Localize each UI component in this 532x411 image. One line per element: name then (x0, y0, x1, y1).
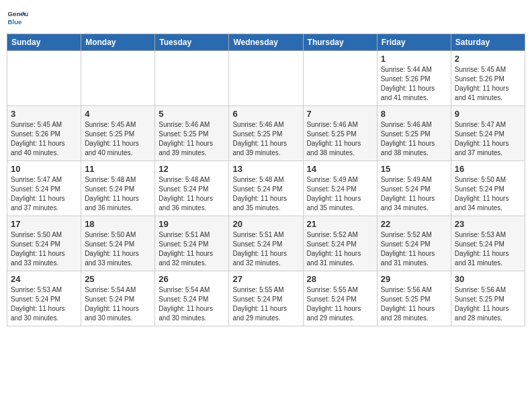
day-number: 16 (455, 164, 521, 174)
weekday-header-saturday: Saturday (451, 34, 525, 51)
calendar-cell: 13Sunrise: 5:48 AM Sunset: 5:24 PM Dayli… (229, 161, 303, 216)
calendar-cell: 24Sunrise: 5:53 AM Sunset: 5:24 PM Dayli… (7, 271, 81, 326)
day-number: 9 (455, 109, 521, 119)
calendar-cell: 28Sunrise: 5:55 AM Sunset: 5:24 PM Dayli… (303, 271, 377, 326)
calendar-cell: 21Sunrise: 5:52 AM Sunset: 5:24 PM Dayli… (303, 216, 377, 271)
calendar-cell: 17Sunrise: 5:50 AM Sunset: 5:24 PM Dayli… (7, 216, 81, 271)
calendar-cell: 30Sunrise: 5:56 AM Sunset: 5:25 PM Dayli… (451, 271, 525, 326)
day-info: Sunrise: 5:47 AM Sunset: 5:24 PM Dayligh… (11, 175, 77, 213)
weekday-header-monday: Monday (81, 34, 155, 51)
calendar-cell: 15Sunrise: 5:49 AM Sunset: 5:24 PM Dayli… (377, 161, 451, 216)
calendar-cell: 11Sunrise: 5:48 AM Sunset: 5:24 PM Dayli… (81, 161, 155, 216)
calendar-cell (155, 51, 229, 106)
calendar-cell: 3Sunrise: 5:45 AM Sunset: 5:26 PM Daylig… (7, 106, 81, 161)
weekday-header-sunday: Sunday (7, 34, 81, 51)
day-info: Sunrise: 5:46 AM Sunset: 5:25 PM Dayligh… (159, 120, 225, 158)
day-info: Sunrise: 5:56 AM Sunset: 5:25 PM Dayligh… (455, 285, 521, 323)
day-info: Sunrise: 5:50 AM Sunset: 5:24 PM Dayligh… (85, 230, 151, 268)
day-number: 12 (159, 164, 225, 174)
day-info: Sunrise: 5:55 AM Sunset: 5:24 PM Dayligh… (232, 285, 299, 323)
weekday-header-thursday: Thursday (303, 34, 377, 51)
day-number: 23 (455, 219, 521, 229)
day-number: 20 (232, 219, 299, 229)
day-info: Sunrise: 5:51 AM Sunset: 5:24 PM Dayligh… (232, 230, 299, 268)
calendar-cell: 26Sunrise: 5:54 AM Sunset: 5:24 PM Dayli… (155, 271, 229, 326)
day-info: Sunrise: 5:50 AM Sunset: 5:24 PM Dayligh… (455, 175, 521, 213)
day-info: Sunrise: 5:54 AM Sunset: 5:24 PM Dayligh… (85, 285, 151, 323)
header: General Blue (7, 7, 525, 28)
svg-text:Blue: Blue (8, 18, 22, 26)
day-number: 22 (381, 219, 447, 229)
calendar-cell: 29Sunrise: 5:56 AM Sunset: 5:25 PM Dayli… (377, 271, 451, 326)
weekday-header-friday: Friday (377, 34, 451, 51)
logo-icon: General Blue (7, 7, 28, 28)
calendar-cell: 14Sunrise: 5:49 AM Sunset: 5:24 PM Dayli… (303, 161, 377, 216)
day-info: Sunrise: 5:55 AM Sunset: 5:24 PM Dayligh… (307, 285, 373, 323)
day-info: Sunrise: 5:48 AM Sunset: 5:24 PM Dayligh… (159, 175, 225, 213)
calendar-cell: 8Sunrise: 5:46 AM Sunset: 5:25 PM Daylig… (377, 106, 451, 161)
calendar-table: SundayMondayTuesdayWednesdayThursdayFrid… (7, 34, 525, 326)
day-number: 26 (159, 274, 225, 284)
calendar-cell: 4Sunrise: 5:45 AM Sunset: 5:25 PM Daylig… (81, 106, 155, 161)
day-info: Sunrise: 5:46 AM Sunset: 5:25 PM Dayligh… (307, 120, 373, 158)
day-info: Sunrise: 5:48 AM Sunset: 5:24 PM Dayligh… (232, 175, 299, 213)
calendar-week-3: 10Sunrise: 5:47 AM Sunset: 5:24 PM Dayli… (7, 161, 525, 216)
calendar-week-1: 1Sunrise: 5:44 AM Sunset: 5:26 PM Daylig… (7, 51, 525, 106)
day-number: 7 (307, 109, 373, 119)
day-number: 24 (11, 274, 77, 284)
calendar-cell: 22Sunrise: 5:52 AM Sunset: 5:24 PM Dayli… (377, 216, 451, 271)
day-info: Sunrise: 5:52 AM Sunset: 5:24 PM Dayligh… (381, 230, 447, 268)
day-number: 5 (159, 109, 225, 119)
calendar-cell: 16Sunrise: 5:50 AM Sunset: 5:24 PM Dayli… (451, 161, 525, 216)
day-number: 21 (307, 219, 373, 229)
calendar-cell: 18Sunrise: 5:50 AM Sunset: 5:24 PM Dayli… (81, 216, 155, 271)
calendar-cell: 1Sunrise: 5:44 AM Sunset: 5:26 PM Daylig… (377, 51, 451, 106)
day-number: 18 (85, 219, 151, 229)
weekday-header-wednesday: Wednesday (229, 34, 303, 51)
day-number: 27 (232, 274, 299, 284)
day-info: Sunrise: 5:47 AM Sunset: 5:24 PM Dayligh… (455, 120, 521, 158)
calendar-cell: 19Sunrise: 5:51 AM Sunset: 5:24 PM Dayli… (155, 216, 229, 271)
day-number: 29 (381, 274, 447, 284)
calendar-cell: 23Sunrise: 5:53 AM Sunset: 5:24 PM Dayli… (451, 216, 525, 271)
day-info: Sunrise: 5:48 AM Sunset: 5:24 PM Dayligh… (85, 175, 151, 213)
calendar-cell: 27Sunrise: 5:55 AM Sunset: 5:24 PM Dayli… (229, 271, 303, 326)
day-info: Sunrise: 5:44 AM Sunset: 5:26 PM Dayligh… (381, 65, 447, 103)
calendar-week-2: 3Sunrise: 5:45 AM Sunset: 5:26 PM Daylig… (7, 106, 525, 161)
weekday-header-tuesday: Tuesday (155, 34, 229, 51)
day-number: 3 (11, 109, 77, 119)
calendar-cell: 5Sunrise: 5:46 AM Sunset: 5:25 PM Daylig… (155, 106, 229, 161)
calendar-cell (229, 51, 303, 106)
calendar-cell: 25Sunrise: 5:54 AM Sunset: 5:24 PM Dayli… (81, 271, 155, 326)
day-info: Sunrise: 5:45 AM Sunset: 5:26 PM Dayligh… (11, 120, 77, 158)
calendar-cell (303, 51, 377, 106)
calendar-cell: 9Sunrise: 5:47 AM Sunset: 5:24 PM Daylig… (451, 106, 525, 161)
day-number: 2 (455, 54, 521, 64)
day-number: 30 (455, 274, 521, 284)
calendar-week-4: 17Sunrise: 5:50 AM Sunset: 5:24 PM Dayli… (7, 216, 525, 271)
day-info: Sunrise: 5:49 AM Sunset: 5:24 PM Dayligh… (307, 175, 373, 213)
calendar-cell (7, 51, 81, 106)
day-info: Sunrise: 5:53 AM Sunset: 5:24 PM Dayligh… (455, 230, 521, 268)
day-info: Sunrise: 5:46 AM Sunset: 5:25 PM Dayligh… (232, 120, 299, 158)
day-info: Sunrise: 5:51 AM Sunset: 5:24 PM Dayligh… (159, 230, 225, 268)
day-info: Sunrise: 5:53 AM Sunset: 5:24 PM Dayligh… (11, 285, 77, 323)
calendar-cell: 10Sunrise: 5:47 AM Sunset: 5:24 PM Dayli… (7, 161, 81, 216)
day-number: 8 (381, 109, 447, 119)
day-info: Sunrise: 5:49 AM Sunset: 5:24 PM Dayligh… (381, 175, 447, 213)
day-info: Sunrise: 5:56 AM Sunset: 5:25 PM Dayligh… (381, 285, 447, 323)
day-number: 17 (11, 219, 77, 229)
day-info: Sunrise: 5:52 AM Sunset: 5:24 PM Dayligh… (307, 230, 373, 268)
day-number: 14 (307, 164, 373, 174)
day-number: 1 (381, 54, 447, 64)
day-number: 28 (307, 274, 373, 284)
calendar-cell: 20Sunrise: 5:51 AM Sunset: 5:24 PM Dayli… (229, 216, 303, 271)
day-number: 25 (85, 274, 151, 284)
day-number: 6 (232, 109, 299, 119)
calendar-cell: 6Sunrise: 5:46 AM Sunset: 5:25 PM Daylig… (229, 106, 303, 161)
day-number: 13 (232, 164, 299, 174)
day-number: 11 (85, 164, 151, 174)
calendar-cell: 7Sunrise: 5:46 AM Sunset: 5:25 PM Daylig… (303, 106, 377, 161)
calendar-cell: 12Sunrise: 5:48 AM Sunset: 5:24 PM Dayli… (155, 161, 229, 216)
day-number: 19 (159, 219, 225, 229)
